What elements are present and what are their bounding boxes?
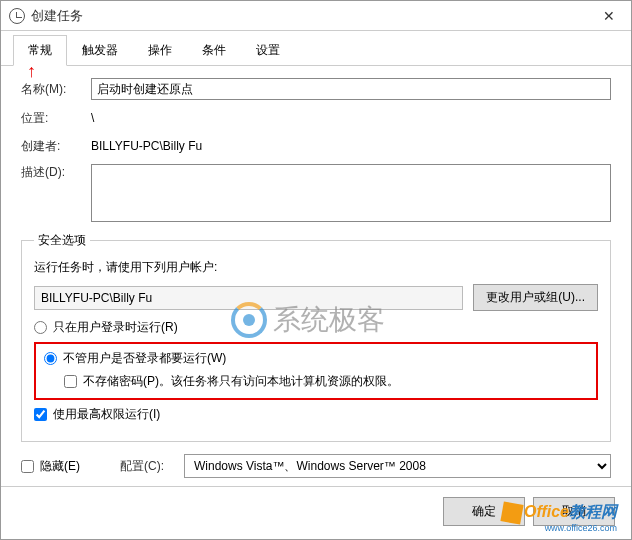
configure-for-label: 配置(C): bbox=[120, 458, 164, 475]
checkbox-no-password[interactable]: 不存储密码(P)。该任务将只有访问本地计算机资源的权限。 bbox=[64, 373, 588, 390]
dialog-footer: 确定 取消 bbox=[1, 486, 631, 536]
author-label: 创建者: bbox=[21, 138, 91, 155]
name-label: 名称(M): bbox=[21, 81, 91, 98]
radio-logged-on-input[interactable] bbox=[34, 321, 47, 334]
radio-logged-on-label: 只在用户登录时运行(R) bbox=[53, 319, 178, 336]
highest-priv-label: 使用最高权限运行(I) bbox=[53, 406, 160, 423]
radio-logged-on-only[interactable]: 只在用户登录时运行(R) bbox=[34, 319, 598, 336]
tab-settings[interactable]: 设置 bbox=[241, 35, 295, 65]
checkbox-highest-priv[interactable]: 使用最高权限运行(I) bbox=[34, 406, 598, 423]
general-panel: 名称(M): 位置: \ 创建者: BILLYFU-PC\Billy Fu 描述… bbox=[1, 66, 631, 442]
security-options-group: 安全选项 运行任务时，请使用下列用户帐户: BILLYFU-PC\Billy F… bbox=[21, 232, 611, 442]
highest-priv-input[interactable] bbox=[34, 408, 47, 421]
hidden-label: 隐藏(E) bbox=[40, 458, 80, 475]
description-input[interactable] bbox=[91, 164, 611, 222]
bottom-row: 隐藏(E) 配置(C): Windows Vista™、Windows Serv… bbox=[1, 450, 631, 486]
radio-always-run[interactable]: 不管用户是否登录都要运行(W) bbox=[44, 350, 588, 367]
location-label: 位置: bbox=[21, 110, 91, 127]
description-label: 描述(D): bbox=[21, 164, 91, 181]
close-button[interactable]: ✕ bbox=[586, 1, 631, 31]
window-title: 创建任务 bbox=[31, 7, 586, 25]
tab-triggers[interactable]: 触发器 bbox=[67, 35, 133, 65]
use-account-text: 运行任务时，请使用下列用户帐户: bbox=[34, 259, 598, 276]
tab-general[interactable]: 常规 bbox=[13, 35, 67, 66]
location-value: \ bbox=[91, 108, 94, 128]
annotation-highlight: 不管用户是否登录都要运行(W) 不存储密码(P)。该任务将只有访问本地计算机资源… bbox=[34, 342, 598, 400]
no-password-input[interactable] bbox=[64, 375, 77, 388]
author-value: BILLYFU-PC\Billy Fu bbox=[91, 136, 202, 156]
clock-icon bbox=[9, 8, 25, 24]
configure-for-select[interactable]: Windows Vista™、Windows Server™ 2008 bbox=[184, 454, 611, 478]
tab-conditions[interactable]: 条件 bbox=[187, 35, 241, 65]
no-password-label: 不存储密码(P)。该任务将只有访问本地计算机资源的权限。 bbox=[83, 373, 399, 390]
checkbox-hidden[interactable]: 隐藏(E) bbox=[21, 458, 80, 475]
tab-actions[interactable]: 操作 bbox=[133, 35, 187, 65]
radio-always-input[interactable] bbox=[44, 352, 57, 365]
annotation-arrow-icon: ↑ bbox=[27, 61, 36, 82]
run-as-user: BILLYFU-PC\Billy Fu bbox=[34, 286, 463, 310]
name-input[interactable] bbox=[91, 78, 611, 100]
radio-always-label: 不管用户是否登录都要运行(W) bbox=[63, 350, 226, 367]
change-user-button[interactable]: 更改用户或组(U)... bbox=[473, 284, 598, 311]
cancel-button[interactable]: 取消 bbox=[533, 497, 615, 526]
ok-button[interactable]: 确定 bbox=[443, 497, 525, 526]
security-legend: 安全选项 bbox=[34, 232, 90, 249]
titlebar: 创建任务 ✕ bbox=[1, 1, 631, 31]
hidden-input[interactable] bbox=[21, 460, 34, 473]
tab-strip: 常规 触发器 操作 条件 设置 bbox=[1, 35, 631, 66]
task-scheduler-dialog: 创建任务 ✕ 常规 触发器 操作 条件 设置 ↑ 名称(M): 位置: \ 创建… bbox=[0, 0, 632, 540]
